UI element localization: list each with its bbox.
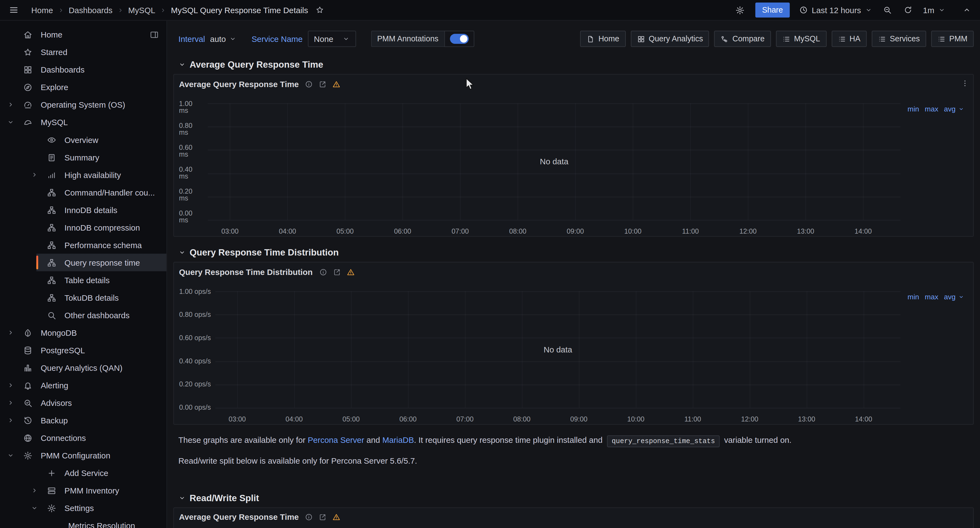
dashboard-link-query-analytics[interactable]: Query Analytics: [631, 31, 710, 47]
collapse-navbar-button[interactable]: [961, 5, 972, 16]
legend-min[interactable]: min: [907, 105, 919, 113]
sidebar-item-other-dashboards[interactable]: Other dashboards: [0, 306, 166, 324]
external-link-icon[interactable]: [332, 268, 341, 276]
sidebar-item-query-response-time[interactable]: Query response time: [0, 254, 166, 271]
section-header-average-query-response-time[interactable]: Average Query Response Time: [173, 57, 974, 71]
sidebar-item-starred[interactable]: Starred: [0, 43, 166, 61]
sidebar-item-operating-system-os[interactable]: Operating System (OS): [0, 96, 166, 113]
external-link-icon[interactable]: [319, 80, 327, 88]
gear-layers-icon: [18, 451, 38, 460]
breadcrumb-item-mysql-query-response-time-details[interactable]: MySQL Query Response Time Details: [171, 5, 308, 14]
sidebar-item-overview[interactable]: Overview: [0, 131, 166, 148]
breadcrumb-item-mysql[interactable]: MySQL: [128, 5, 155, 14]
breadcrumb-item-dashboards[interactable]: Dashboards: [69, 5, 113, 14]
chevron-right-icon[interactable]: [4, 381, 18, 389]
note-text: These graphs are available only for: [178, 435, 308, 445]
panel-left-icon[interactable]: [150, 30, 159, 39]
chevron-down-icon[interactable]: [28, 504, 41, 512]
sidebar-item-postgresql[interactable]: PostgreSQL: [0, 341, 166, 359]
warning-triangle-icon[interactable]: [332, 80, 341, 88]
dashboard-link-pmm[interactable]: PMM: [931, 31, 974, 47]
interval-variable-select[interactable]: auto: [210, 34, 237, 43]
sidebar-item-explore[interactable]: Explore: [0, 78, 166, 96]
legend-min[interactable]: min: [907, 293, 919, 300]
sidebar-item-alerting[interactable]: Alerting: [0, 376, 166, 394]
plot-area[interactable]: No data: [215, 291, 900, 408]
sidebar-item-metrics-resolution[interactable]: Metrics Resolution: [0, 517, 166, 528]
service-name-select[interactable]: None: [307, 31, 356, 47]
sidebar-item-add-service[interactable]: Add Service: [0, 464, 166, 482]
pmm-annotations-toggle[interactable]: [444, 31, 474, 47]
dashboard-link-home[interactable]: Home: [580, 31, 625, 47]
zoom-out-button[interactable]: [882, 5, 893, 16]
time-range-picker[interactable]: Last 12 hours: [799, 5, 872, 14]
refresh-interval-picker[interactable]: 1m: [923, 5, 945, 14]
dashboard-link-compare[interactable]: Compare: [714, 31, 771, 47]
chevron-right-icon[interactable]: [28, 171, 41, 178]
sidebar-item-backup[interactable]: Backup: [0, 412, 166, 429]
section-header-query-response-time-distribution[interactable]: Query Response Time Distribution: [173, 246, 974, 259]
sidebar-item-performance-schema[interactable]: Performance schema: [0, 236, 166, 254]
panel-menu-icon[interactable]: [961, 79, 969, 88]
plot-area[interactable]: No data: [208, 103, 900, 220]
share-button[interactable]: Share: [755, 2, 790, 18]
chevron-right-icon[interactable]: [4, 101, 18, 108]
bar-chart-icon: [18, 363, 38, 372]
zoom-out-icon: [883, 6, 892, 14]
legend-avg[interactable]: avg: [944, 105, 955, 113]
panel-header[interactable]: Average Query Response Time: [174, 75, 973, 93]
sidebar-item-command-handler-cou[interactable]: Command/Handler cou...: [0, 183, 166, 201]
link-percona-server[interactable]: Percona Server: [308, 435, 364, 445]
sidebar-item-innodb-details[interactable]: InnoDB details: [0, 201, 166, 219]
warning-triangle-icon[interactable]: [346, 268, 355, 276]
dashboard-link-services[interactable]: Services: [872, 31, 926, 47]
sidebar-item-pmm-inventory[interactable]: PMM Inventory: [0, 482, 166, 499]
panel-header[interactable]: Query Response Time Distribution: [174, 262, 973, 281]
sidebar-item-tokudb-details[interactable]: TokuDB details: [0, 289, 166, 306]
sidebar-item-home[interactable]: Home: [0, 26, 166, 43]
sidebar-item-advisors[interactable]: Advisors: [0, 394, 166, 412]
legend-max[interactable]: max: [925, 105, 939, 113]
chevron-down-icon[interactable]: [4, 118, 18, 126]
sidebar-item-settings[interactable]: Settings: [0, 499, 166, 517]
legend-avg[interactable]: avg: [944, 293, 955, 300]
list-icon: [838, 35, 846, 43]
dashboard-settings-button[interactable]: [734, 4, 746, 16]
sidebar-item-innodb-compression[interactable]: InnoDB compression: [0, 219, 166, 236]
sidebar-item-query-analytics-qan[interactable]: Query Analytics (QAN): [0, 359, 166, 376]
menu-toggle-button[interactable]: [7, 4, 20, 16]
sidebar-item-mongodb[interactable]: MongoDB: [0, 324, 166, 341]
sidebar-item-summary[interactable]: Summary: [0, 148, 166, 166]
chevron-right-icon[interactable]: [4, 416, 18, 424]
service-name-variable-label[interactable]: Service Name: [251, 34, 302, 43]
sidebar-item-high-availability[interactable]: High availability: [0, 166, 166, 183]
legend-sort-chevron-icon[interactable]: [958, 294, 964, 300]
legend-sort-chevron-icon[interactable]: [958, 106, 964, 112]
section-header-read-write-split[interactable]: Read/Write Split: [173, 491, 974, 505]
sidebar-item-dashboards[interactable]: Dashboards: [0, 61, 166, 78]
interval-variable-label[interactable]: Interval: [178, 34, 205, 43]
link-mariadb[interactable]: MariaDB: [382, 435, 414, 445]
dashboard-link-mysql[interactable]: MySQL: [776, 31, 827, 47]
home-icon: [18, 30, 38, 39]
breadcrumb-item-home[interactable]: Home: [31, 5, 53, 14]
info-circle-icon[interactable]: [305, 80, 313, 88]
eye-icon: [41, 135, 61, 144]
sidebar-item-table-details[interactable]: Table details: [0, 271, 166, 289]
info-circle-icon[interactable]: [305, 513, 313, 522]
warning-triangle-icon[interactable]: [332, 513, 341, 522]
chevron-right-icon[interactable]: [28, 487, 41, 494]
chevron-down-icon[interactable]: [4, 451, 18, 459]
sidebar-item-pmm-configuration[interactable]: PMM Configuration: [0, 447, 166, 464]
favorite-dashboard-button[interactable]: [314, 5, 326, 16]
refresh-button[interactable]: [902, 5, 913, 16]
chevron-right-icon[interactable]: [4, 399, 18, 407]
dashboard-link-ha[interactable]: HA: [832, 31, 867, 47]
chevron-right-icon[interactable]: [4, 329, 18, 336]
legend-max[interactable]: max: [925, 293, 939, 300]
sidebar-item-connections[interactable]: Connections: [0, 429, 166, 447]
panel-header[interactable]: Average Query Response Time: [174, 508, 973, 527]
external-link-icon[interactable]: [319, 513, 327, 522]
info-circle-icon[interactable]: [319, 268, 327, 276]
sidebar-item-mysql[interactable]: MySQL: [0, 113, 166, 131]
